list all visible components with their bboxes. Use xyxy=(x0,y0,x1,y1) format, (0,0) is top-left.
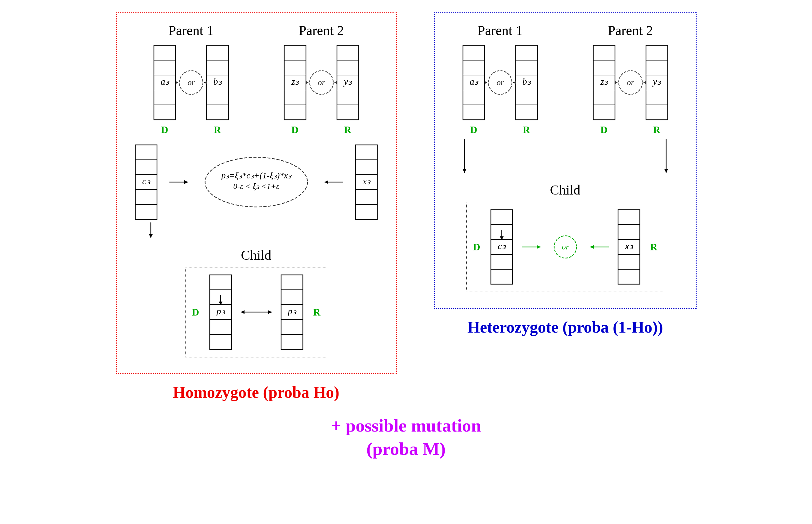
svg-marker-33 xyxy=(306,81,308,84)
svg-text:or: or xyxy=(627,78,634,87)
homo-x3-svg: x₃ xyxy=(353,142,380,223)
svg-text:or: or xyxy=(562,242,569,251)
svg-marker-17 xyxy=(204,81,207,84)
hetero-p1-r-label: R xyxy=(513,124,540,135)
homo-parent2-label: Parent 2 xyxy=(299,23,344,38)
homo-child-d-svg: p₃ xyxy=(207,272,234,353)
hetero-parent1-label: Parent 1 xyxy=(477,23,522,38)
homozygote-section: Parent 1 a₃ xyxy=(116,12,397,402)
homo-parent2-svg: z₃ y₃ or xyxy=(281,42,362,123)
svg-marker-35 xyxy=(335,81,337,84)
svg-text:x₃: x₃ xyxy=(362,176,371,186)
hetero-child-label: Child xyxy=(550,182,581,198)
svg-marker-127 xyxy=(590,245,594,249)
svg-marker-66 xyxy=(268,310,272,314)
homo-parent2-group: Parent 2 z₃ xyxy=(281,23,362,135)
hetero-down-arrow-left xyxy=(451,139,478,176)
homo-c3-svg: c₃ xyxy=(132,142,160,223)
svg-text:x₃: x₃ xyxy=(624,241,633,251)
homo-child-d-label: D xyxy=(192,307,199,318)
hetero-parent2-svg: z₃ y₃ or xyxy=(590,42,671,123)
hetero-parents-row: Parent 1 a₃ xyxy=(451,23,680,135)
homo-formula-svg: p₃=ξ₃*c₃+(1-ξ₃)*x₃ 0-ε < ξ₃ <1+ε xyxy=(204,154,309,210)
svg-text:p₃: p₃ xyxy=(287,306,296,316)
hetero-x3-arrow xyxy=(584,207,609,287)
homo-p2-d-label: D xyxy=(281,124,309,135)
hetero-or-circle: or xyxy=(553,207,578,287)
svg-marker-91 xyxy=(513,81,516,84)
svg-text:b₃: b₃ xyxy=(213,76,222,86)
hetero-child-d-svg: c₃ xyxy=(488,207,516,287)
svg-text:c₃: c₃ xyxy=(142,176,150,186)
svg-marker-48 xyxy=(325,180,328,184)
svg-marker-123 xyxy=(537,245,540,249)
hetero-parent1-svg: a₃ b₃ or xyxy=(460,42,540,123)
homo-down-arrow-left xyxy=(137,223,165,241)
homo-child-h-arrow xyxy=(241,272,272,353)
svg-marker-109 xyxy=(644,81,646,84)
hetero-child-r-svg: x₃ xyxy=(615,207,643,287)
homo-p2-r-label: R xyxy=(334,124,362,135)
homo-parent1-group: Parent 1 a₃ xyxy=(151,23,231,135)
hetero-child-r-label: R xyxy=(650,241,657,253)
svg-text:b₃: b₃ xyxy=(522,76,531,86)
homo-formula-row: c₃ p₃=ξ₃*c₃+(1-ξ₃)*x₃ 0-ε < ξ₃ <1+ε xyxy=(132,142,380,223)
hetero-p2-r-label: R xyxy=(643,124,671,135)
bottom-label-line1: + possible mutation xyxy=(331,415,481,436)
svg-marker-89 xyxy=(485,81,487,84)
homo-vertical-arrows xyxy=(132,223,380,241)
homo-p1-d-label: D xyxy=(151,124,179,135)
svg-text:a₃: a₃ xyxy=(469,76,478,86)
homo-down-arrow-right xyxy=(348,223,376,241)
hetero-vert-arrows xyxy=(451,139,680,176)
homo-arrow-c3 xyxy=(169,142,194,223)
svg-marker-113 xyxy=(664,169,668,173)
svg-marker-15 xyxy=(176,81,178,84)
heterozygote-section: Parent 1 a₃ xyxy=(434,12,697,336)
hetero-parent2-group: Parent 2 z₃ xyxy=(590,23,671,135)
homo-parent1-label: Parent 1 xyxy=(168,23,213,38)
bottom-mutation-label: + possible mutation (proba M) xyxy=(331,414,481,461)
homo-child-label: Child xyxy=(241,247,272,263)
homo-arrow-x3 xyxy=(318,142,343,223)
heterozygote-box: Parent 1 a₃ xyxy=(434,12,697,309)
diagrams-row: Parent 1 a₃ xyxy=(19,12,793,402)
svg-text:a₃: a₃ xyxy=(160,76,169,86)
hetero-parent2-label: Parent 2 xyxy=(608,23,653,38)
hetero-down-arrow-right xyxy=(652,139,680,176)
homo-parent1-svg: a₃ b₃ or xyxy=(151,42,231,123)
svg-marker-111 xyxy=(462,169,466,173)
svg-marker-67 xyxy=(241,310,244,314)
homozygote-parents-row: Parent 1 a₃ xyxy=(132,23,380,135)
homo-child-r-svg: p₃ xyxy=(278,272,306,353)
homo-section-label: Homozygote (proba Ho) xyxy=(173,383,339,402)
svg-text:or: or xyxy=(497,78,504,87)
svg-text:p₃: p₃ xyxy=(216,306,225,316)
hetero-parent1-group: Parent 1 a₃ xyxy=(460,23,540,135)
homozygote-box: Parent 1 a₃ xyxy=(116,12,397,374)
svg-text:y₃: y₃ xyxy=(343,76,352,86)
svg-text:c₃: c₃ xyxy=(498,241,506,251)
svg-marker-56 xyxy=(149,234,153,238)
svg-text:z₃: z₃ xyxy=(291,76,299,86)
svg-text:or: or xyxy=(188,78,195,87)
bottom-label-line2: (proba M) xyxy=(367,439,445,459)
homo-p1-r-label: R xyxy=(204,124,231,135)
svg-text:y₃: y₃ xyxy=(652,76,661,86)
svg-marker-43 xyxy=(184,180,188,184)
main-container: Parent 1 a₃ xyxy=(0,0,812,524)
hetero-c3-arrow xyxy=(522,207,547,287)
hetero-child-section: Child D xyxy=(451,182,680,292)
hetero-p2-d-label: D xyxy=(590,124,618,135)
svg-text:p₃=ξ₃*c₃+(1-ξ₃)*x₃: p₃=ξ₃*c₃+(1-ξ₃)*x₃ xyxy=(221,170,292,180)
svg-text:0-ε < ξ₃ <1+ε: 0-ε < ξ₃ <1+ε xyxy=(233,182,279,191)
hetero-child-d-label: D xyxy=(473,241,480,253)
hetero-p1-d-label: D xyxy=(460,124,488,135)
svg-text:or: or xyxy=(318,78,325,87)
svg-text:z₃: z₃ xyxy=(600,76,608,86)
homo-child-r-label: R xyxy=(313,307,321,318)
svg-marker-107 xyxy=(615,81,617,84)
hetero-section-label: Heterozygote (proba (1-Ho)) xyxy=(467,318,663,336)
homo-child-section: Child D xyxy=(132,247,380,357)
